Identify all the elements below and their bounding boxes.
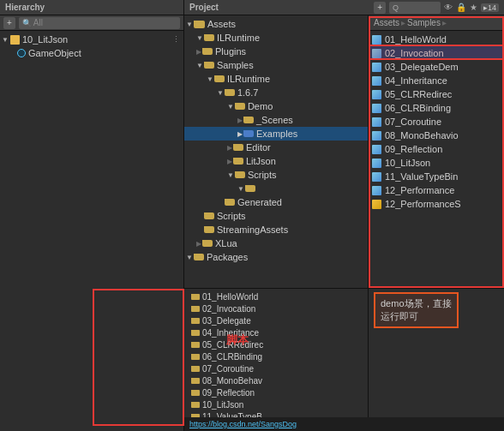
xlua-folder-icon [202, 240, 213, 247]
hierarchy-gameobject-item[interactable]: GameObject [0, 46, 183, 60]
tree-ilruntime-sub[interactable]: ▼ ILRuntime [184, 72, 368, 86]
scene-icon-05 [372, 90, 381, 99]
asset-item-03[interactable]: 03_DelegateDem [369, 60, 504, 74]
scripts-item-01-label: 01_HelloWorld [202, 292, 258, 302]
litjson-arrow: ▶ [227, 158, 232, 165]
asset-item-11[interactable]: 11_ValueTypeBin [369, 170, 504, 183]
tree-packages[interactable]: ▼ Packages [184, 250, 368, 264]
editor-label: Editor [246, 142, 271, 153]
tree-examples-selected[interactable]: ▶ Examples [184, 127, 368, 141]
asset-label-05: 05_CLRRedirec [385, 89, 452, 99]
breadcrumb-sep2: ▸ [442, 18, 447, 27]
asset-item-12[interactable]: 12_Performance [369, 183, 504, 197]
project-title: Project [189, 3, 219, 12]
gameobject-icon [17, 49, 26, 57]
tree-demo[interactable]: ▼ Demo [184, 99, 368, 113]
tree-plugins[interactable]: ▶ Plugins [184, 45, 368, 58]
project-add-button[interactable]: + [374, 2, 386, 14]
tree-samples[interactable]: ▼ Samples [184, 58, 368, 72]
scripts-item-05[interactable]: 05_CLRRedirec [184, 338, 368, 350]
tree-litjson[interactable]: ▶ LitJson [184, 154, 368, 168]
asset-label-12s: 12_PerformanceS [385, 199, 461, 209]
tree-assets-root[interactable]: ▼ Assets [184, 17, 368, 31]
hierarchy-add-button[interactable]: + [3, 17, 15, 29]
scripts-item-01[interactable]: 01_HelloWorld [184, 290, 368, 302]
ilruntime-sub-label: ILRuntime [227, 74, 270, 84]
tree-xlua[interactable]: ▶ XLua [184, 236, 368, 250]
scenes-folder-icon [243, 117, 254, 123]
scripts-item-10-label: 10_LitJson [202, 400, 243, 410]
scene-icon-12 [372, 186, 381, 195]
scripts-item-10[interactable]: 10_LitJson [184, 398, 368, 410]
asset-label-08: 08_MonoBehavio [385, 130, 459, 141]
scene-icon-12s [372, 200, 381, 209]
scripts-item-09[interactable]: 09_Reflection [184, 386, 368, 398]
samples-label: Samples [217, 60, 254, 70]
star-icon: ★ [470, 3, 477, 12]
examples-arrow: ▶ [237, 130, 243, 138]
plugins-folder-icon [202, 48, 213, 55]
breadcrumb-assets[interactable]: Assets [374, 18, 399, 27]
hierarchy-gameobject-label: GameObject [28, 48, 81, 58]
asset-item-12s[interactable]: 12_PerformanceS [369, 197, 504, 211]
asset-item-09[interactable]: 09_Reflection [369, 142, 504, 156]
scripts-item-03-label: 03_Delegate [202, 316, 251, 326]
scripts-folder-04 [191, 330, 200, 336]
asset-label-11: 11_ValueTypeBin [385, 171, 458, 182]
eye-icon: 👁 [444, 3, 453, 12]
tree-scripts[interactable]: ▼ Scripts [184, 168, 368, 182]
tree-streaming[interactable]: StreamingAssets [184, 223, 368, 236]
project-main-area: ▼ Assets ▼ ILRuntime ▶ Plugins ▼ Samples [184, 15, 504, 303]
tree-scenes[interactable]: ▶ _Scenes [184, 113, 368, 127]
scripts-item-03[interactable]: 03_Delegate [184, 314, 368, 326]
tree-ilruntime[interactable]: ▼ ILRuntime [184, 31, 368, 45]
tree-generated[interactable]: Generated [184, 195, 368, 209]
asset-item-10[interactable]: 10_LitJson [369, 156, 504, 170]
bottom-right-area: demo场景，直接运行即可 [369, 289, 504, 431]
scenes-arrow: ▶ [237, 117, 243, 124]
167-folder-icon [225, 89, 235, 96]
tree-examples-sub[interactable]: ▼ [184, 182, 368, 195]
generated-label: Generated [237, 197, 282, 207]
tree-scripts-root[interactable]: Scripts [184, 209, 368, 223]
ilruntime-folder-icon [204, 34, 214, 41]
tree-editor[interactable]: ▶ Editor [184, 141, 368, 154]
url-text[interactable]: https://blog.csdn.net/SangsDog [189, 420, 297, 428]
scripts-item-07[interactable]: 07_Coroutine [184, 362, 368, 374]
scene-icon-10 [372, 159, 381, 168]
streaming-folder-icon [204, 226, 214, 233]
tree-167[interactable]: ▼ 1.6.7 [184, 86, 368, 99]
editor-folder-icon [233, 144, 243, 151]
assets-arrow: ▼ [186, 21, 193, 28]
hierarchy-search-bar: + 🔍 All [0, 15, 183, 31]
scripts-item-02[interactable]: 02_Invocation [184, 302, 368, 314]
scripts-folder-06 [191, 354, 200, 360]
ilruntime-sub-folder-icon [214, 75, 225, 82]
asset-item-05[interactable]: 05_CLRRedirec [369, 87, 504, 101]
scripts-item-02-label: 02_Invocation [202, 304, 255, 314]
demo-label: Demo [248, 101, 273, 111]
asset-item-01[interactable]: 01_HelloWorld [369, 33, 504, 46]
demo-arrow: ▼ [227, 103, 234, 111]
scripts-folder-03 [191, 318, 200, 324]
167-label: 1.6.7 [237, 87, 258, 98]
scripts-item-06[interactable]: 06_CLRBinding [184, 350, 368, 362]
scene-icon-03 [372, 63, 381, 72]
scripts-item-08[interactable]: 08_MonoBehav [184, 374, 368, 386]
bottom-left-area: 01_HelloWorld 02_Invocation 03_Delegate … [184, 289, 369, 431]
asset-item-08[interactable]: 08_MonoBehavio [369, 129, 504, 142]
hierarchy-header: Hierarchy [0, 0, 183, 15]
asset-item-04[interactable]: 04_Inheritance [369, 74, 504, 87]
scene-icon-09 [372, 145, 381, 154]
asset-item-02[interactable]: 02_Invocation [369, 46, 504, 60]
project-search-box: Q [389, 2, 441, 14]
scene-arrow: ▼ [2, 36, 9, 44]
project-tree-panel: ▼ Assets ▼ ILRuntime ▶ Plugins ▼ Samples [184, 15, 369, 303]
project-header-controls: + Q 👁 🔒 ★ ▸14 [374, 2, 499, 14]
scripts-root-folder-icon [204, 213, 214, 219]
asset-item-06[interactable]: 06_CLRBinding [369, 101, 504, 115]
breadcrumb-samples[interactable]: Samples [407, 18, 441, 27]
scripts-item-04[interactable]: 04_Inheritance [184, 326, 368, 338]
asset-item-07[interactable]: 07_Coroutine [369, 115, 504, 129]
hierarchy-scene-item[interactable]: ▼ 10_LitJson ⋮ [0, 33, 183, 46]
